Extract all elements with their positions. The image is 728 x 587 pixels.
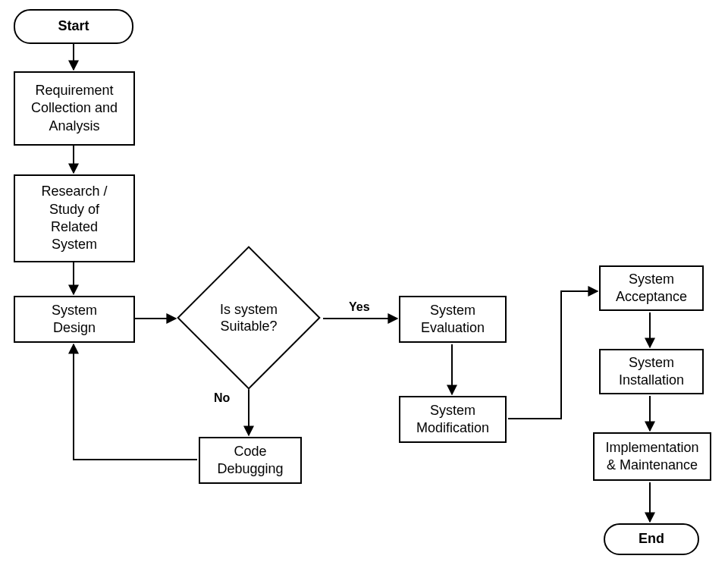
node-design-label: SystemDesign — [52, 302, 97, 337]
node-start-label: Start — [58, 17, 89, 35]
node-end-label: End — [639, 530, 664, 548]
node-requirements-label: RequirementCollection andAnalysis — [31, 82, 118, 135]
node-implementation-maintenance: Implementation& Maintenance — [593, 432, 711, 481]
node-implementation-maintenance-label: Implementation& Maintenance — [605, 439, 698, 475]
node-decision-label: Is systemSuitable? — [198, 267, 300, 369]
node-installation-label: SystemInstallation — [619, 354, 684, 390]
node-acceptance-label: SystemAcceptance — [616, 271, 687, 306]
node-modification: SystemModification — [399, 396, 507, 443]
node-installation: SystemInstallation — [599, 349, 704, 394]
node-end: End — [604, 523, 699, 555]
edge-label-no: No — [212, 391, 231, 405]
node-code-debugging-label: CodeDebugging — [217, 443, 283, 479]
node-decision: Is systemSuitable? — [198, 267, 300, 369]
edge-label-yes: Yes — [347, 300, 372, 314]
flowchart-canvas: Start RequirementCollection andAnalysis … — [0, 0, 728, 587]
node-evaluation-label: SystemEvaluation — [421, 302, 485, 337]
node-code-debugging: CodeDebugging — [199, 437, 302, 484]
node-design: SystemDesign — [14, 296, 135, 343]
node-research: Research /Study ofRelatedSystem — [14, 174, 135, 262]
node-start: Start — [14, 9, 133, 44]
node-modification-label: SystemModification — [416, 402, 489, 438]
node-requirements: RequirementCollection andAnalysis — [14, 71, 135, 146]
node-research-label: Research /Study ofRelatedSystem — [41, 183, 107, 254]
node-acceptance: SystemAcceptance — [599, 265, 704, 311]
node-evaluation: SystemEvaluation — [399, 296, 507, 343]
